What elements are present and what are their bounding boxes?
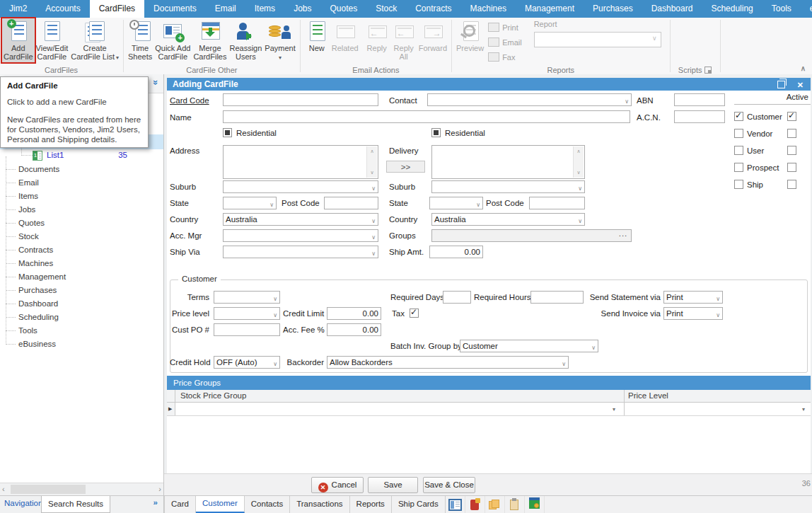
scrollbar-thumb[interactable] bbox=[11, 485, 86, 494]
more-tabs-chevron-icon[interactable] bbox=[153, 498, 158, 507]
ship-type-checkbox[interactable] bbox=[734, 180, 743, 189]
stock-price-group-column[interactable]: Stock Price Group bbox=[180, 391, 246, 400]
menu-tab-dashboard[interactable]: Dashboard bbox=[642, 0, 702, 18]
menu-tab-jobs[interactable]: Jobs bbox=[284, 0, 320, 18]
tab-transactions[interactable]: Transactions bbox=[290, 496, 349, 513]
ship-via-select[interactable] bbox=[223, 246, 378, 258]
price-level-column[interactable]: Price Level bbox=[628, 391, 668, 400]
restore-window-icon[interactable] bbox=[777, 81, 785, 88]
credit-limit-input[interactable]: 0.00 bbox=[327, 307, 381, 320]
state-select[interactable] bbox=[223, 197, 277, 209]
ribbon-collapse-icon[interactable] bbox=[801, 64, 806, 72]
post-code-input[interactable] bbox=[324, 197, 378, 209]
forward-button[interactable]: Forward bbox=[417, 18, 448, 54]
cust-po-input[interactable] bbox=[214, 323, 280, 336]
sidebar-item-scheduling[interactable]: Scheduling bbox=[18, 311, 59, 323]
ship-amt-input[interactable]: 0.00 bbox=[429, 246, 483, 258]
tab-search-results[interactable]: Search Results bbox=[41, 496, 110, 513]
prospect-active-checkbox[interactable] bbox=[787, 163, 796, 172]
sidebar-horizontal-scrollbar[interactable] bbox=[0, 483, 163, 495]
column-divider[interactable] bbox=[624, 390, 625, 402]
sidebar-item-tools[interactable]: Tools bbox=[18, 325, 37, 337]
create-cardfile-list-button[interactable]: Create CardFile List bbox=[69, 18, 120, 64]
tab-reports[interactable]: Reports bbox=[350, 496, 392, 513]
send-invoice-select[interactable]: Print bbox=[663, 307, 723, 320]
quick-add-cardfile-button[interactable]: Quick Add CardFile bbox=[153, 18, 192, 62]
tab-navigation[interactable]: Navigation bbox=[4, 499, 42, 507]
groups-field[interactable]: ... bbox=[431, 229, 632, 242]
email-button[interactable]: Email bbox=[488, 35, 522, 50]
menu-tab-stock[interactable]: Stock bbox=[366, 0, 406, 18]
new-email-button[interactable]: New bbox=[303, 18, 330, 54]
dialog-launcher-icon[interactable] bbox=[704, 67, 712, 74]
textarea-scroll-icons[interactable]: ∧∨ bbox=[366, 146, 377, 178]
cell-dropdown-icon[interactable] bbox=[802, 406, 805, 413]
gift-box-icon[interactable] bbox=[525, 496, 545, 513]
delivery-country-select[interactable]: Australia bbox=[431, 213, 585, 226]
price-level-select[interactable] bbox=[214, 307, 280, 320]
copy-address-button[interactable]: >> bbox=[386, 161, 425, 173]
ellipsis-button[interactable]: ... bbox=[617, 231, 630, 240]
menu-tab-tools[interactable]: Tools bbox=[762, 0, 801, 18]
menu-tab-accounts[interactable]: Accounts bbox=[36, 0, 89, 18]
card-code-input[interactable] bbox=[223, 93, 378, 106]
residential-checkbox[interactable] bbox=[223, 128, 232, 137]
customer-type-checkbox[interactable] bbox=[734, 112, 743, 121]
delivery-post-code-input[interactable] bbox=[529, 197, 585, 209]
copy-documents-icon[interactable] bbox=[485, 496, 505, 513]
time-sheets-button[interactable]: Time Sheets bbox=[127, 18, 153, 62]
delivery-state-select[interactable] bbox=[429, 197, 483, 209]
menu-tab-ebusiness[interactable]: eBusiness bbox=[801, 0, 812, 18]
menu-tab-scheduling[interactable]: Scheduling bbox=[702, 0, 762, 18]
acc-fee-input[interactable]: 0.00 bbox=[327, 323, 381, 336]
required-hours-input[interactable] bbox=[530, 291, 584, 304]
sidebar-collapse-chevron-icon[interactable] bbox=[151, 80, 161, 85]
send-statement-select[interactable]: Print bbox=[663, 291, 723, 304]
menu-tab-machines[interactable]: Machines bbox=[461, 0, 516, 18]
menu-tab-management[interactable]: Management bbox=[516, 0, 584, 18]
contact-select[interactable] bbox=[427, 93, 632, 106]
sidebar-item-quotes[interactable]: Quotes bbox=[18, 217, 45, 229]
payment-button[interactable]: Payment bbox=[263, 18, 296, 62]
delivery-suburb-select[interactable] bbox=[431, 180, 585, 193]
scroll-right-icon[interactable] bbox=[158, 485, 161, 493]
acc-mgr-select[interactable] bbox=[223, 229, 378, 242]
menu-tab-jim2[interactable]: Jim2 bbox=[0, 0, 36, 18]
customer-active-checkbox[interactable] bbox=[787, 112, 796, 121]
delivery-residential-checkbox[interactable] bbox=[431, 128, 441, 137]
sidebar-item-email[interactable]: Email bbox=[18, 177, 39, 189]
save-and-close-button[interactable]: Save & Close bbox=[423, 477, 475, 493]
terms-select[interactable] bbox=[214, 291, 280, 304]
vendor-type-checkbox[interactable] bbox=[734, 129, 743, 138]
print-button[interactable]: Print bbox=[488, 20, 522, 35]
address-textarea[interactable]: ∧∨ bbox=[223, 145, 378, 179]
ship-active-checkbox[interactable] bbox=[787, 180, 796, 189]
merge-cardfiles-button[interactable]: Merge CardFiles bbox=[192, 18, 228, 62]
sidebar-item-items[interactable]: Items bbox=[18, 190, 38, 202]
sidebar-item-stock[interactable]: Stock bbox=[18, 231, 39, 243]
sidebar-item-machines[interactable]: Machines bbox=[18, 258, 53, 270]
address-book-icon[interactable] bbox=[465, 496, 485, 513]
sidebar-item-list1[interactable]: List1 bbox=[47, 149, 64, 161]
tab-customer[interactable]: Customer bbox=[196, 496, 245, 513]
preview-button[interactable]: Preview bbox=[455, 18, 485, 54]
tab-ship-cards[interactable]: Ship Cards bbox=[392, 496, 446, 513]
cell-dropdown-icon[interactable] bbox=[613, 406, 615, 413]
country-select[interactable]: Australia bbox=[223, 213, 378, 226]
sidebar-item-ebusiness[interactable]: eBusiness bbox=[18, 338, 56, 350]
vendor-active-checkbox[interactable] bbox=[787, 129, 796, 138]
user-active-checkbox[interactable] bbox=[787, 146, 796, 155]
save-button[interactable]: Save bbox=[368, 477, 418, 493]
menu-tab-contracts[interactable]: Contracts bbox=[406, 0, 460, 18]
required-days-input[interactable] bbox=[443, 291, 471, 304]
clipboard-icon[interactable] bbox=[505, 496, 525, 513]
backorder-select[interactable]: Allow Backorders bbox=[327, 356, 569, 369]
cancel-button[interactable]: Cancel bbox=[311, 477, 364, 493]
sidebar-item-management[interactable]: Management bbox=[18, 271, 66, 283]
fax-button[interactable]: Fax bbox=[488, 50, 522, 64]
abn-input[interactable] bbox=[674, 93, 725, 106]
report-dropdown[interactable] bbox=[534, 32, 661, 47]
related-email-button[interactable]: Related bbox=[330, 18, 360, 54]
batch-inv-group-select[interactable]: Customer bbox=[460, 340, 598, 352]
sidebar-item-contracts[interactable]: Contracts bbox=[18, 244, 53, 256]
